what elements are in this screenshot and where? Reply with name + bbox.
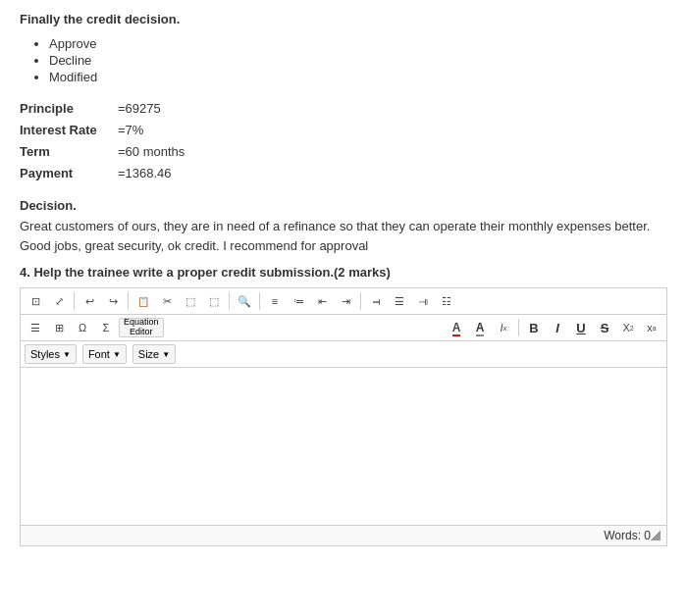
search-icon[interactable]: 🔍 bbox=[234, 291, 255, 311]
table-icon[interactable]: ⊞ bbox=[48, 318, 70, 337]
sep6 bbox=[518, 319, 519, 336]
decision-title: Decision. bbox=[20, 198, 667, 213]
interest-rate-row: Interest Rate =7% bbox=[20, 120, 667, 141]
subscript-btn[interactable]: X2 bbox=[617, 318, 639, 337]
list-item-modified: Modified bbox=[49, 70, 667, 84]
redo-icon[interactable]: ↪ bbox=[102, 291, 124, 311]
list-item-decline: Decline bbox=[49, 53, 667, 68]
editor-footer: Words: 0 bbox=[21, 525, 666, 545]
clear-format-icon[interactable]: Ix bbox=[493, 318, 514, 337]
equation-editor-btn[interactable]: EquationEditor bbox=[119, 318, 164, 337]
sep4 bbox=[259, 292, 260, 310]
rich-text-editor: ⊡ ⤢ ↩ ↪ 📋 ✂ ⬚ ⬚ 🔍 ≡ ≔ ⇤ ⇥ ⫤ ☰ ⫣ ☷ ☰ ⊞ Ω … bbox=[20, 287, 667, 546]
sep5 bbox=[360, 292, 361, 310]
payment-value: =1368.46 bbox=[118, 163, 172, 184]
size-dropdown[interactable]: Size ▼ bbox=[132, 344, 176, 364]
list-icon2[interactable]: ☰ bbox=[25, 318, 46, 337]
list-unordered-icon[interactable]: ≡ bbox=[264, 291, 286, 311]
payment-label: Payment bbox=[20, 163, 118, 184]
maximize-icon[interactable]: ⤢ bbox=[48, 291, 70, 311]
align-right-icon[interactable]: ⫣ bbox=[412, 291, 434, 311]
dropdown-row: Styles ▼ Font ▼ Size ▼ bbox=[21, 341, 666, 368]
bullet-list: Approve Decline Modified bbox=[49, 36, 667, 84]
resize-handle[interactable] bbox=[651, 531, 661, 540]
font-arrow: ▼ bbox=[113, 350, 121, 359]
decision-block: Decision. Great customers of ours, they … bbox=[20, 198, 667, 255]
paste-icon[interactable]: 📋 bbox=[132, 291, 154, 311]
align-center-icon[interactable]: ☰ bbox=[389, 291, 410, 311]
outdent-icon[interactable]: ⇤ bbox=[311, 291, 333, 311]
principle-value: =69275 bbox=[118, 98, 161, 120]
align-left-icon[interactable]: ⫤ bbox=[365, 291, 387, 311]
term-label: Term bbox=[20, 141, 118, 163]
paste-text-icon[interactable]: ⬚ bbox=[203, 291, 225, 311]
superscript-btn[interactable]: xa bbox=[641, 318, 662, 337]
styles-label: Styles bbox=[30, 348, 60, 360]
font-label: Font bbox=[88, 348, 110, 360]
omega-icon[interactable]: Ω bbox=[72, 318, 93, 337]
sep2 bbox=[128, 292, 129, 310]
decision-text: Great customers of ours, they are in nee… bbox=[20, 217, 667, 255]
term-value: =60 months bbox=[118, 141, 185, 163]
list-ordered-icon[interactable]: ≔ bbox=[288, 291, 309, 311]
font-dropdown[interactable]: Font ▼ bbox=[82, 344, 127, 364]
styles-dropdown[interactable]: Styles ▼ bbox=[25, 344, 77, 364]
question-text: 4. Help the trainee write a proper credi… bbox=[20, 265, 667, 280]
formatting-buttons: A A Ix B I U S X2 xa bbox=[446, 318, 662, 337]
term-row: Term =60 months bbox=[20, 141, 667, 163]
source-icon[interactable]: ⊡ bbox=[25, 291, 46, 311]
payment-row: Payment =1368.46 bbox=[20, 163, 667, 184]
word-count: Words: 0 bbox=[604, 529, 651, 542]
editor-content[interactable] bbox=[21, 368, 666, 525]
copy-icon[interactable]: ⬚ bbox=[180, 291, 201, 311]
font-bgcolor-icon[interactable]: A bbox=[469, 318, 491, 337]
interest-rate-label: Interest Rate bbox=[20, 120, 118, 141]
size-arrow: ▼ bbox=[162, 350, 170, 359]
sep3 bbox=[229, 292, 230, 310]
strikethrough-btn[interactable]: S bbox=[594, 318, 615, 337]
indent-icon[interactable]: ⇥ bbox=[335, 291, 356, 311]
sigma-icon[interactable]: Σ bbox=[95, 318, 117, 337]
undo-icon[interactable]: ↩ bbox=[79, 291, 100, 311]
sep1 bbox=[74, 292, 75, 310]
justify-icon[interactable]: ☷ bbox=[436, 291, 457, 311]
principle-row: Principle =69275 bbox=[20, 98, 667, 120]
list-item-approve: Approve bbox=[49, 36, 667, 51]
info-block: Principle =69275 Interest Rate =7% Term … bbox=[20, 98, 667, 184]
italic-btn[interactable]: I bbox=[547, 318, 568, 337]
bold-btn[interactable]: B bbox=[523, 318, 545, 337]
equation-label: EquationEditor bbox=[124, 318, 159, 337]
font-color-a-icon[interactable]: A bbox=[446, 318, 467, 337]
intro-text: Finally the credit decision. bbox=[20, 12, 667, 26]
styles-arrow: ▼ bbox=[63, 350, 71, 359]
principle-label: Principle bbox=[20, 98, 118, 120]
size-label: Size bbox=[138, 348, 159, 360]
toolbar-row2: ☰ ⊞ Ω Σ EquationEditor A A Ix B I U S X2… bbox=[21, 315, 666, 341]
underline-btn[interactable]: U bbox=[570, 318, 592, 337]
interest-rate-value: =7% bbox=[118, 120, 143, 141]
cut-icon[interactable]: ✂ bbox=[156, 291, 178, 311]
toolbar-row1: ⊡ ⤢ ↩ ↪ 📋 ✂ ⬚ ⬚ 🔍 ≡ ≔ ⇤ ⇥ ⫤ ☰ ⫣ ☷ bbox=[21, 288, 666, 315]
